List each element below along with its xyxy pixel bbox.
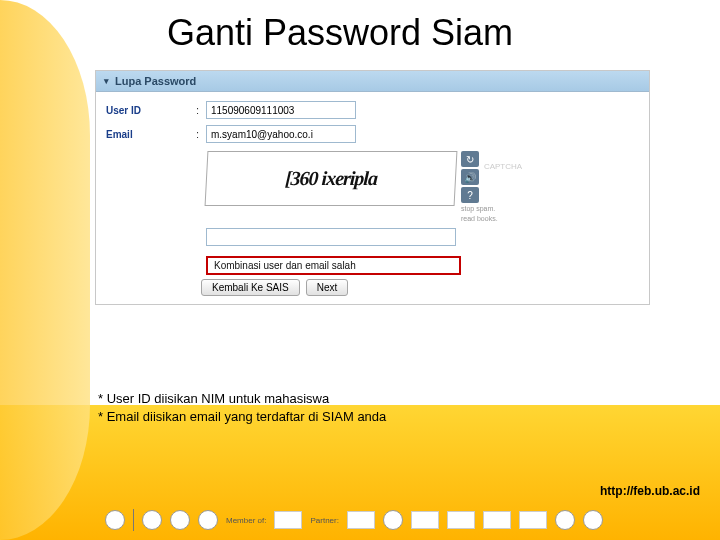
logo-partner1-icon xyxy=(347,511,375,529)
captcha-info2: read books. xyxy=(461,215,523,223)
captcha-controls: ↻ 🔊 ? CAPTCHA stop spam. read books. xyxy=(461,151,523,222)
logo-ub-icon xyxy=(105,510,125,530)
window-title: Lupa Password xyxy=(115,75,196,87)
button-row: Kembali Ke SAIS Next xyxy=(201,279,639,296)
recaptcha-logo-icon: CAPTCHA xyxy=(483,151,523,181)
page-title: Ganti Password Siam xyxy=(0,12,680,54)
captcha-info1: stop spam. xyxy=(461,205,523,213)
logo-aacsb-icon xyxy=(274,511,302,529)
footer-url: http://feb.ub.ac.id xyxy=(600,484,700,498)
password-form-window: ▾ Lupa Password User ID : Email : [360 i… xyxy=(95,70,650,305)
form-body: User ID : Email : [360 ixeripla ↻ 🔊 ? CA… xyxy=(96,92,649,304)
logo-icg-icon xyxy=(447,511,475,529)
logo-feb-icon xyxy=(142,510,162,530)
note-line-2: * Email diisikan email yang terdaftar di… xyxy=(98,408,386,426)
logo-msu-icon xyxy=(519,511,547,529)
partner-label: Partner: xyxy=(310,516,338,525)
email-row: Email : xyxy=(106,122,639,146)
logo-ble-icon xyxy=(198,510,218,530)
next-button[interactable]: Next xyxy=(306,279,349,296)
captcha-audio-icon[interactable]: 🔊 xyxy=(461,169,479,185)
userid-input[interactable] xyxy=(206,101,356,119)
colon: : xyxy=(196,128,206,140)
captcha-input[interactable] xyxy=(206,228,456,246)
back-button[interactable]: Kembali Ke SAIS xyxy=(201,279,300,296)
logo-partner6-icon xyxy=(555,510,575,530)
email-label: Email xyxy=(106,129,196,140)
decorative-wave xyxy=(0,0,90,540)
userid-row: User ID : xyxy=(106,98,639,122)
window-header: ▾ Lupa Password xyxy=(96,71,649,92)
colon: : xyxy=(196,104,206,116)
logo-hague-icon xyxy=(483,511,511,529)
userid-label: User ID xyxy=(106,105,196,116)
separator xyxy=(133,509,134,531)
expand-icon[interactable]: ▾ xyxy=(104,76,109,86)
note-line-1: * User ID diisikan NIM untuk mahasiswa xyxy=(98,390,386,408)
error-message: Kombinasi user dan email salah xyxy=(206,256,461,275)
captcha-input-row xyxy=(206,226,639,246)
email-input[interactable] xyxy=(206,125,356,143)
instruction-notes: * User ID diisikan NIM untuk mahasiswa *… xyxy=(98,390,386,426)
logo-strip: Member of: Partner: xyxy=(105,509,603,531)
memberof-label: Member of: xyxy=(226,516,266,525)
captcha-block: [360 ixeripla ↻ 🔊 ? CAPTCHA stop spam. r… xyxy=(206,151,639,222)
captcha-help-icon[interactable]: ? xyxy=(461,187,479,203)
captcha-image: [360 ixeripla xyxy=(205,151,458,206)
logo-partner7-icon xyxy=(583,510,603,530)
logo-usm-icon xyxy=(411,511,439,529)
logo-r-icon xyxy=(170,510,190,530)
logo-partner2-icon xyxy=(383,510,403,530)
captcha-refresh-icon[interactable]: ↻ xyxy=(461,151,479,167)
